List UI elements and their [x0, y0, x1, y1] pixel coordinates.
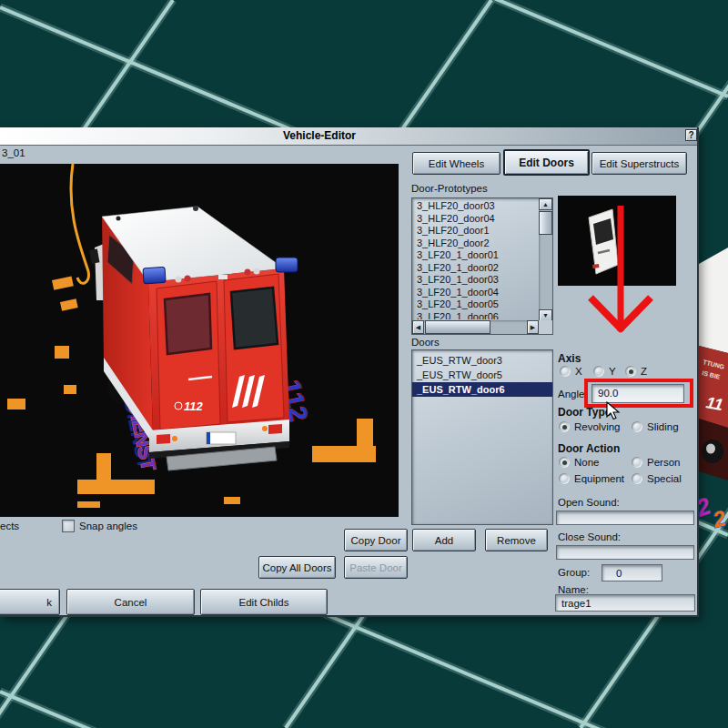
- door-action-radio-none[interactable]: None: [559, 456, 600, 469]
- open-sound-label: Open Sound:: [558, 497, 620, 508]
- scroll-right-button[interactable]: ▶: [527, 320, 539, 334]
- add-button[interactable]: Add: [412, 529, 476, 551]
- snap-angles-label: Snap angles: [79, 521, 137, 531]
- door-action-radio-person[interactable]: Person: [632, 456, 680, 469]
- vehicle-editor-window: Vehicle-Editor ? 3_01: [0, 127, 699, 617]
- radio-icon[interactable]: [632, 421, 642, 432]
- radio-icon[interactable]: [632, 473, 642, 484]
- list-item[interactable]: _EUS_RTW_door3: [412, 353, 552, 368]
- close-sound-input[interactable]: [556, 545, 694, 560]
- door-type-label: Door Type: [558, 406, 611, 419]
- axis-radio-x[interactable]: X: [560, 365, 582, 378]
- radio-icon[interactable]: [593, 366, 604, 377]
- list-item-selected[interactable]: _EUS_RTW_door6: [412, 382, 552, 397]
- cancel-button[interactable]: Cancel: [66, 589, 195, 615]
- paste-door-button[interactable]: Paste Door: [344, 556, 408, 579]
- horizontal-scrollbar[interactable]: ◀ ▶: [412, 320, 539, 334]
- list-item[interactable]: 3_HLF20_door04: [412, 213, 538, 226]
- vehicle-3d-viewport[interactable]: RETTUNGSDIENST RETTUNGSDIENST 112: [0, 164, 399, 517]
- rear-marking-112: 112: [184, 399, 203, 413]
- ok-button[interactable]: k: [0, 589, 60, 615]
- radio-icon[interactable]: [560, 366, 571, 377]
- list-item[interactable]: 3_LF20_1_door01: [412, 249, 538, 262]
- list-item[interactable]: 3_LF20_1_door03: [412, 274, 538, 287]
- group-label: Group:: [558, 567, 590, 578]
- angle-label: Angle:: [558, 389, 588, 399]
- radio-icon[interactable]: [632, 457, 642, 468]
- doors-label: Doors: [411, 337, 440, 348]
- radio-icon[interactable]: [559, 473, 570, 484]
- axis-radio-z[interactable]: Z: [625, 365, 647, 378]
- close-sound-label: Close Sound:: [558, 531, 621, 542]
- axis-label: Axis: [558, 352, 581, 365]
- screen: TTUNG IS BIE 11 2 2 Vehicle-Editor ? 3_0…: [0, 0, 728, 728]
- door-action-label: Door Action: [558, 442, 620, 455]
- copy-all-doors-button[interactable]: Copy All Doors: [258, 556, 336, 579]
- list-item[interactable]: 3_LF20_1_door06: [412, 311, 538, 320]
- door-type-radio-sliding[interactable]: Sliding: [632, 420, 679, 433]
- list-item[interactable]: 3_LF20_1_door04: [412, 287, 538, 299]
- tab-edit-wheels[interactable]: Edit Wheels: [412, 152, 500, 175]
- list-item[interactable]: 3_LF20_1_door05: [412, 298, 538, 311]
- door-action-radio-equipment[interactable]: Equipment: [559, 472, 624, 485]
- doors-list[interactable]: _EUS_RTW_door3 _EUS_RTW_door5 _EUS_RTW_d…: [411, 349, 553, 525]
- angle-annotation-rect: [584, 379, 693, 408]
- snap-angles-checkbox[interactable]: [62, 520, 75, 532]
- vertical-scrollbar[interactable]: ▲ ▼: [539, 198, 552, 321]
- clipped-objects-label: ects: [0, 521, 19, 531]
- scroll-thumb[interactable]: [425, 320, 490, 334]
- remove-button[interactable]: Remove: [485, 529, 548, 551]
- bg-object-marking: 11: [704, 393, 724, 414]
- list-item[interactable]: 3_HLF20_door2: [412, 238, 538, 250]
- tab-edit-superstructs[interactable]: Edit Superstructs: [592, 152, 687, 175]
- scrollbar-corner: [539, 320, 552, 334]
- door-prototypes-label: Door-Prototypes: [411, 183, 488, 194]
- list-item[interactable]: _EUS_RTW_door5: [412, 368, 552, 382]
- open-sound-input[interactable]: [556, 511, 694, 525]
- radio-icon-selected[interactable]: [559, 421, 570, 432]
- list-item[interactable]: 3_LF20_1_door02: [412, 262, 538, 275]
- mouse-cursor: [606, 401, 622, 423]
- list-item[interactable]: 3_HLF20_door1: [412, 225, 538, 238]
- scroll-thumb[interactable]: [539, 211, 552, 235]
- red-arrow-annotation: [587, 202, 660, 339]
- door-action-radio-special[interactable]: Special: [632, 472, 682, 485]
- vehicle-prototype-label: 3_01: [2, 147, 25, 158]
- title-bar[interactable]: Vehicle-Editor ?: [0, 127, 697, 146]
- group-input[interactable]: 0: [602, 564, 662, 581]
- copy-door-button[interactable]: Copy Door: [344, 529, 408, 551]
- list-item[interactable]: 3_HLF20_door03: [412, 200, 538, 213]
- help-button[interactable]: ?: [685, 129, 697, 141]
- tab-edit-doors[interactable]: Edit Doors: [503, 149, 590, 176]
- axis-radio-y[interactable]: Y: [593, 365, 616, 378]
- window-title: Vehicle-Editor: [0, 129, 639, 142]
- door-prototypes-list[interactable]: 3_HLF20_door03 3_HLF20_door04 3_HLF20_do…: [411, 197, 553, 335]
- radio-icon-selected[interactable]: [559, 457, 570, 468]
- name-input[interactable]: trage1: [555, 594, 695, 612]
- scroll-up-button[interactable]: ▲: [539, 198, 552, 210]
- edit-childs-button[interactable]: Edit Childs: [200, 589, 328, 615]
- radio-icon-selected[interactable]: [625, 366, 636, 377]
- scroll-left-button[interactable]: ◀: [412, 320, 424, 334]
